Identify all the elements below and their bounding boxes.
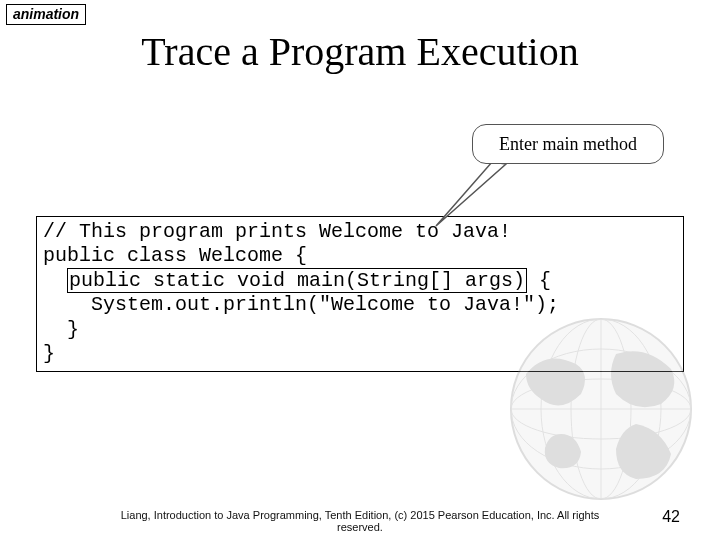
svg-marker-0 [436,162,506,226]
code-line-5: } [43,318,79,341]
footer-text: Liang, Introduction to Java Programming,… [100,509,620,534]
page-number: 42 [662,508,680,526]
callout-text: Enter main method [499,134,637,155]
callout-tail-icon [428,160,518,232]
code-line-2: public class Welcome { [43,244,307,267]
code-line-3-pre [43,269,67,292]
code-line-3-post: { [527,269,551,292]
callout-bubble: Enter main method [472,124,664,164]
footer: Liang, Introduction to Java Programming,… [0,509,720,534]
code-line-3-highlight: public static void main(String[] args) [67,268,527,293]
slide-title: Trace a Program Execution [0,28,720,75]
globe-icon [506,314,696,504]
code-line-6: } [43,342,55,365]
code-line-4: System.out.println("Welcome to Java!"); [43,293,559,316]
animation-tag: animation [6,4,86,25]
